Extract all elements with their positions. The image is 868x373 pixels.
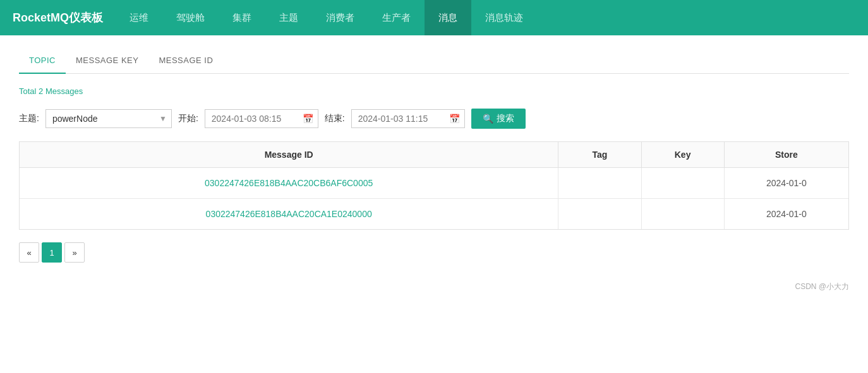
col-header-tag: Tag bbox=[558, 142, 641, 168]
total-messages: Total 2 Messages bbox=[19, 86, 849, 96]
nav-item-消息轨迹[interactable]: 消息轨迹 bbox=[471, 0, 537, 35]
key-cell-0 bbox=[641, 168, 724, 199]
start-date-input[interactable] bbox=[205, 109, 318, 128]
calendar-icon-start[interactable]: 📅 bbox=[303, 114, 313, 124]
col-header-store: Store bbox=[724, 142, 848, 168]
next-page-button[interactable]: » bbox=[64, 242, 85, 263]
table-row: 0302247426E818B4AAC20CA1E02400002024-01-… bbox=[20, 199, 848, 230]
end-date-input[interactable] bbox=[351, 109, 465, 128]
nav-items: 运维驾驶舱集群主题消费者生产者消息消息轨迹 bbox=[116, 0, 855, 35]
calendar-icon-end[interactable]: 📅 bbox=[449, 114, 460, 124]
store-cell-0: 2024-01-0 bbox=[724, 168, 848, 199]
tab-topic[interactable]: TOPIC bbox=[19, 48, 66, 74]
start-date-wrapper: 📅 bbox=[205, 109, 318, 128]
search-icon: 🔍 bbox=[483, 114, 493, 124]
end-date-wrapper: 📅 bbox=[351, 109, 465, 128]
tag-cell-1 bbox=[558, 199, 641, 230]
tab-message-id[interactable]: MESSAGE ID bbox=[148, 48, 223, 74]
current-page-button[interactable]: 1 bbox=[42, 242, 62, 263]
topic-select[interactable]: powerNode bbox=[45, 109, 172, 128]
footer-note: CSDN @小大力 bbox=[19, 281, 849, 292]
table-body: 0302247426E818B4AAC20CB6AF6C00052024-01-… bbox=[20, 168, 848, 230]
nav-item-驾驶舱[interactable]: 驾驶舱 bbox=[162, 0, 219, 35]
topic-label: 主题: bbox=[19, 113, 39, 124]
table-row: 0302247426E818B4AAC20CB6AF6C00052024-01-… bbox=[20, 168, 848, 199]
col-header-msgid: Message ID bbox=[20, 142, 558, 168]
message-id-cell-0[interactable]: 0302247426E818B4AAC20CB6AF6C0005 bbox=[20, 168, 558, 199]
navbar: RocketMQ仪表板 运维驾驶舱集群主题消费者生产者消息消息轨迹 bbox=[0, 0, 868, 35]
tab-bar: TOPICMESSAGE KEYMESSAGE ID bbox=[19, 48, 849, 74]
brand-title: RocketMQ仪表板 bbox=[13, 10, 103, 25]
tab-message-key[interactable]: MESSAGE KEY bbox=[66, 48, 148, 74]
end-label: 结束: bbox=[325, 113, 345, 124]
message-table-wrapper: Message ID Tag Key Store 0302247426E818B… bbox=[19, 141, 849, 230]
message-table: Message ID Tag Key Store 0302247426E818B… bbox=[20, 142, 848, 229]
prev-page-button[interactable]: « bbox=[19, 242, 39, 263]
store-cell-1: 2024-01-0 bbox=[724, 199, 848, 230]
main-content: TOPICMESSAGE KEYMESSAGE ID Total 2 Messa… bbox=[0, 35, 868, 373]
nav-item-消费者[interactable]: 消费者 bbox=[312, 0, 368, 35]
message-id-cell-1[interactable]: 0302247426E818B4AAC20CA1E0240000 bbox=[20, 199, 558, 230]
key-cell-1 bbox=[641, 199, 724, 230]
nav-item-消息[interactable]: 消息 bbox=[425, 0, 471, 35]
table-header: Message ID Tag Key Store bbox=[20, 142, 848, 168]
topic-select-wrapper: powerNode ▼ bbox=[45, 109, 172, 128]
search-bar: 主题: powerNode ▼ 开始: 📅 结束: 📅 🔍 搜索 bbox=[19, 109, 849, 129]
search-button-label: 搜索 bbox=[497, 113, 514, 124]
nav-item-生产者[interactable]: 生产者 bbox=[368, 0, 425, 35]
pagination: « 1 » bbox=[19, 242, 849, 263]
nav-item-运维[interactable]: 运维 bbox=[116, 0, 162, 35]
nav-item-主题[interactable]: 主题 bbox=[265, 0, 312, 35]
tag-cell-0 bbox=[558, 168, 641, 199]
nav-item-集群[interactable]: 集群 bbox=[219, 0, 265, 35]
search-button[interactable]: 🔍 搜索 bbox=[471, 109, 526, 129]
start-label: 开始: bbox=[178, 113, 198, 124]
col-header-key: Key bbox=[641, 142, 724, 168]
